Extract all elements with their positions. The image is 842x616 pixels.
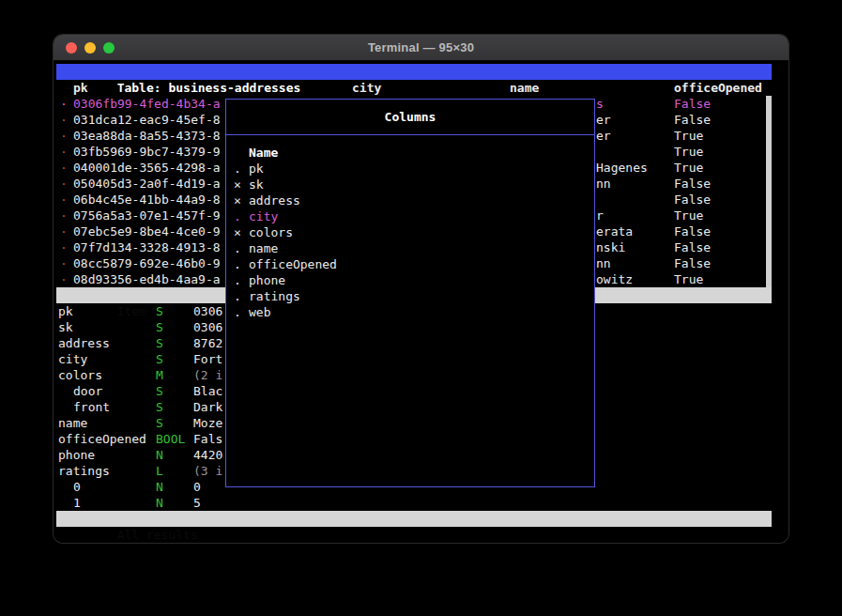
cell-officeopened: True <box>674 144 703 160</box>
column-name: pk <box>249 161 264 177</box>
terminal-screen[interactable]: Table: business-addresses pk city name o… <box>54 61 788 543</box>
cell-pk: 03ea88da-8a55-4373-8 <box>73 128 221 144</box>
attribute-name: door <box>73 383 102 399</box>
item-attribute-row[interactable]: 1N5 <box>54 495 772 511</box>
titlebar[interactable]: Terminal — 95×30 <box>54 35 788 61</box>
modal-header: Columns <box>226 100 594 135</box>
cell-officeopened: True <box>674 128 703 144</box>
desktop-background: Terminal — 95×30 Table: business-address… <box>0 0 842 616</box>
modal-item-sk[interactable]: ×sk <box>226 177 594 192</box>
row-bullet-icon: · <box>60 192 68 208</box>
attribute-value: 5 <box>193 495 201 511</box>
row-bullet-icon: · <box>60 112 68 128</box>
status-text: All results <box>117 528 198 542</box>
modal-item-pk[interactable]: .pk <box>226 161 594 177</box>
attribute-name: city <box>58 351 87 367</box>
cell-officeopened: False <box>674 223 711 239</box>
cell-pk: 06b4c45e-41bb-44a9-8 <box>73 192 221 208</box>
column-name: city <box>249 208 278 224</box>
column-toggle-mark: . <box>234 256 241 272</box>
column-toggle-mark: × <box>234 192 241 208</box>
column-header-officeopened: officeOpened <box>674 80 762 96</box>
table-header-row: pk city name officeOpened <box>54 80 772 96</box>
attribute-value: (3 i <box>193 463 222 479</box>
modal-item-city[interactable]: .city <box>226 208 594 224</box>
attribute-name: name <box>58 415 87 431</box>
modal-item-address[interactable]: ×address <box>226 192 594 208</box>
column-name: web <box>249 304 270 320</box>
cell-pk: 08d93356-ed4b-4aa9-a <box>73 271 221 287</box>
cell-pk: 040001de-3565-4298-a <box>73 160 221 176</box>
attribute-name: colors <box>58 367 102 383</box>
cell-name-fragment: nn <box>596 176 611 192</box>
attribute-name: pk <box>58 303 73 319</box>
cell-name-fragment: er <box>596 128 611 144</box>
cell-pk: 0756a5a3-07e1-457f-9 <box>73 208 221 223</box>
scrollbar[interactable] <box>766 96 772 287</box>
cell-pk: 07f7d134-3328-4913-8 <box>73 239 221 255</box>
row-bullet-icon: · <box>60 128 68 144</box>
column-name: address <box>249 192 300 208</box>
cell-pk: 031dca12-eac9-45ef-8 <box>73 112 221 128</box>
row-bullet-icon: · <box>60 239 68 255</box>
column-toggle-mark: × <box>234 177 241 192</box>
row-bullet-icon: · <box>60 223 68 239</box>
minimize-button[interactable] <box>84 42 96 54</box>
column-toggle-mark: . <box>234 240 241 256</box>
cell-name-fragment: nski <box>596 239 625 255</box>
cell-name-fragment: Hagenes <box>596 160 648 176</box>
modal-item-web[interactable]: .web <box>226 304 594 320</box>
modal-item-officeOpened[interactable]: .officeOpened <box>226 256 594 272</box>
attribute-type: S <box>156 351 163 367</box>
attribute-value: Fort <box>193 351 222 367</box>
modal-item-phone[interactable]: .phone <box>226 272 594 288</box>
column-toggle-mark: × <box>234 224 241 240</box>
zoom-button[interactable] <box>103 42 115 54</box>
attribute-name: 0 <box>73 479 81 495</box>
attribute-type: S <box>156 399 163 415</box>
modal-item-ratings[interactable]: .ratings <box>226 288 594 304</box>
modal-list-header: Name <box>249 145 278 161</box>
attribute-type: S <box>156 303 163 319</box>
close-button[interactable] <box>66 42 77 54</box>
modal-item-name[interactable]: .name <box>226 240 594 256</box>
columns-modal: Columns Name .pk×sk×address.city×colors.… <box>225 99 595 487</box>
attribute-value: 4420 <box>193 447 222 463</box>
attribute-value: 0 <box>193 479 201 495</box>
attribute-name: officeOpened <box>58 431 146 447</box>
column-name: sk <box>249 177 264 192</box>
column-header-name: name <box>510 80 539 96</box>
cell-name-fragment: er <box>596 112 611 128</box>
column-toggle-mark: . <box>234 208 241 224</box>
column-name: colors <box>249 224 293 240</box>
column-name: officeOpened <box>249 256 337 272</box>
row-bullet-icon: · <box>60 144 68 160</box>
cell-pk: 050405d3-2a0f-4d19-a <box>73 176 221 192</box>
cell-officeopened: False <box>674 96 711 112</box>
attribute-name: address <box>58 335 110 351</box>
cell-officeopened: False <box>674 255 711 271</box>
cell-officeopened: True <box>674 208 703 223</box>
column-name: phone <box>249 272 285 288</box>
cell-officeopened: True <box>674 271 703 287</box>
attribute-value: 8762 <box>193 335 222 351</box>
attribute-type: M <box>156 367 163 383</box>
attribute-value: Blac <box>193 383 222 399</box>
column-name: name <box>249 240 278 256</box>
attribute-value: Fals <box>193 431 222 447</box>
modal-item-colors[interactable]: ×colors <box>226 224 594 240</box>
cell-pk: 07ebc5e9-8be4-4ce0-9 <box>73 223 221 239</box>
row-bullet-icon: · <box>60 271 68 287</box>
cell-officeopened: False <box>674 112 711 128</box>
attribute-name: sk <box>58 319 73 335</box>
column-toggle-mark: . <box>234 304 241 320</box>
cell-officeopened: False <box>674 239 711 255</box>
cell-officeopened: True <box>674 160 703 176</box>
attribute-type: L <box>156 463 163 479</box>
column-toggle-mark: . <box>234 272 241 288</box>
column-toggle-mark: . <box>234 161 241 177</box>
cell-name-fragment: r <box>596 208 604 223</box>
cell-name-fragment: erata <box>596 223 633 239</box>
cell-pk: 08cc5879-692e-46b0-9 <box>73 255 221 271</box>
cell-name-fragment: owitz <box>596 271 633 287</box>
